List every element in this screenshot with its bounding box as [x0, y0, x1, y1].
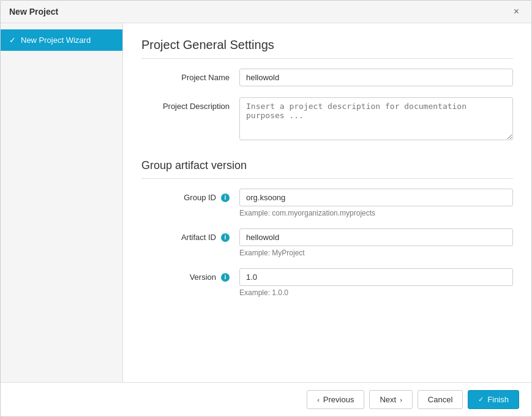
- dialog-footer: ‹ Previous Next › Cancel ✓ Finish: [1, 382, 531, 416]
- cancel-button[interactable]: Cancel: [418, 390, 463, 409]
- group-id-field: Example: com.myorganization.myprojects: [239, 189, 513, 217]
- dialog-title: New Project: [9, 7, 58, 17]
- sidebar: ✓ New Project Wizard: [1, 23, 123, 382]
- main-content: Project General Settings Project Name Pr…: [123, 23, 531, 382]
- group-id-label-wrapper: Group ID i: [141, 189, 239, 202]
- section-title: Project General Settings: [141, 38, 513, 59]
- cancel-label: Cancel: [428, 395, 452, 404]
- next-button[interactable]: Next ›: [369, 390, 412, 409]
- sidebar-item-label: New Project Wizard: [21, 36, 91, 45]
- artifact-id-field: Example: MyProject: [239, 228, 513, 257]
- project-description-label: Project Description: [141, 97, 239, 111]
- check-finish-icon: ✓: [478, 396, 484, 404]
- group-artifact-title: Group artifact version: [141, 159, 513, 179]
- group-id-group: Group ID i Example: com.myorganization.m…: [141, 189, 513, 217]
- artifact-id-label-wrapper: Artifact ID i: [141, 228, 239, 242]
- version-info-icon: i: [221, 273, 230, 282]
- next-label: Next: [380, 395, 396, 404]
- finish-button[interactable]: ✓ Finish: [468, 390, 519, 409]
- artifact-id-hint: Example: MyProject: [239, 249, 513, 257]
- previous-button[interactable]: ‹ Previous: [307, 390, 364, 409]
- version-label-wrapper: Version i: [141, 268, 239, 282]
- sidebar-item-new-project-wizard[interactable]: ✓ New Project Wizard: [1, 29, 122, 51]
- artifact-id-label: Artifact ID: [181, 233, 216, 242]
- project-name-group: Project Name: [141, 69, 513, 86]
- close-button[interactable]: ×: [510, 6, 523, 18]
- version-input[interactable]: [239, 268, 513, 286]
- chevron-right-icon: ›: [400, 396, 402, 404]
- project-name-label: Project Name: [141, 69, 239, 82]
- group-id-info-icon: i: [221, 193, 230, 202]
- group-id-hint: Example: com.myorganization.myprojects: [239, 209, 513, 217]
- group-id-input[interactable]: [239, 189, 513, 206]
- check-icon: ✓: [9, 36, 16, 45]
- version-field: Example: 1.0.0: [239, 268, 513, 297]
- project-description-input[interactable]: [239, 97, 513, 140]
- artifact-id-info-icon: i: [221, 233, 230, 242]
- finish-label: Finish: [487, 395, 509, 404]
- artifact-id-group: Artifact ID i Example: MyProject: [141, 228, 513, 257]
- project-description-field: [239, 97, 513, 142]
- group-id-label: Group ID: [184, 193, 216, 202]
- new-project-dialog: New Project × ✓ New Project Wizard Proje…: [0, 0, 532, 417]
- previous-label: Previous: [323, 395, 354, 404]
- version-label: Version: [190, 272, 216, 282]
- dialog-titlebar: New Project ×: [1, 1, 531, 23]
- version-hint: Example: 1.0.0: [239, 288, 513, 297]
- project-name-field: [239, 69, 513, 86]
- artifact-id-input[interactable]: [239, 228, 513, 246]
- project-description-group: Project Description: [141, 97, 513, 142]
- version-group: Version i Example: 1.0.0: [141, 268, 513, 297]
- project-name-input[interactable]: [239, 69, 513, 86]
- dialog-body: ✓ New Project Wizard Project General Set…: [1, 23, 531, 382]
- chevron-left-icon: ‹: [317, 396, 320, 404]
